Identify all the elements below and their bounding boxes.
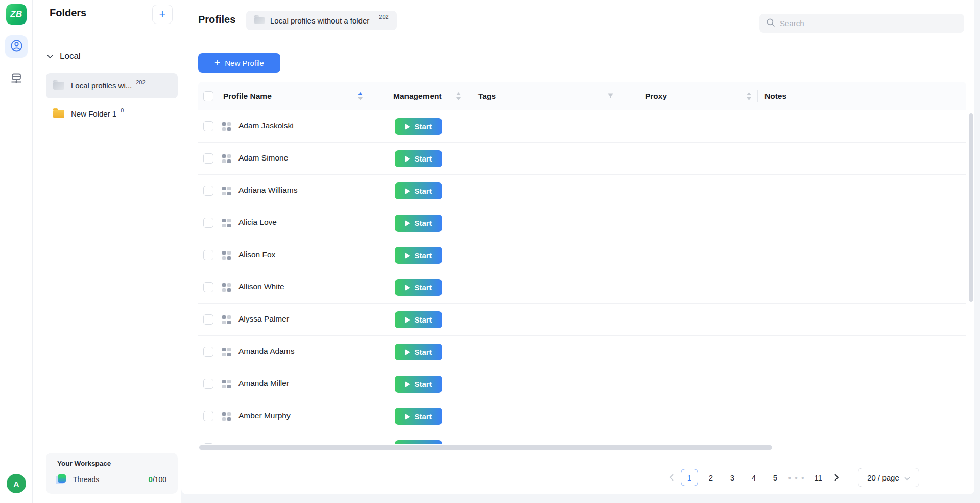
start-button[interactable]: Start xyxy=(395,311,442,328)
profile-name[interactable]: Adriana Williams xyxy=(238,186,297,195)
row-checkbox[interactable] xyxy=(203,314,213,325)
column-header-profile-name[interactable]: Profile Name xyxy=(223,82,272,110)
start-button[interactable]: Start xyxy=(395,182,442,199)
folder-count-badge: 202 xyxy=(136,79,145,85)
row-checkbox[interactable] xyxy=(203,153,213,164)
row-checkbox[interactable] xyxy=(203,218,213,228)
sidebar-folder-local-profiles[interactable]: Local profiles wi... 202 xyxy=(46,73,178,98)
sort-icon-profile-name[interactable] xyxy=(357,90,363,104)
profile-name[interactable]: Amber Rankin xyxy=(238,443,289,444)
row-checkbox[interactable] xyxy=(203,250,213,260)
page-ellipsis: ● ● ● xyxy=(788,469,805,486)
column-divider xyxy=(618,90,618,102)
current-folder-badge[interactable]: Local profiles without a folder 202 xyxy=(246,11,397,30)
column-divider xyxy=(757,90,758,102)
vertical-scrollbar[interactable] xyxy=(969,113,973,302)
row-checkbox[interactable] xyxy=(203,282,213,292)
page-title: Profiles xyxy=(198,14,235,26)
row-checkbox[interactable] xyxy=(203,121,213,131)
start-label: Start xyxy=(414,283,432,292)
new-profile-label: New Profile xyxy=(225,59,264,67)
column-header-proxy[interactable]: Proxy xyxy=(645,82,667,110)
browser-windows-icon xyxy=(222,315,231,324)
start-button[interactable]: Start xyxy=(395,279,442,296)
column-header-notes[interactable]: Notes xyxy=(764,82,786,110)
page-button-3[interactable]: 3 xyxy=(724,469,741,486)
search-input[interactable] xyxy=(780,19,958,28)
start-button[interactable]: Start xyxy=(395,440,442,444)
profile-name[interactable]: Alicia Love xyxy=(238,218,277,227)
table-row: Alison Fox Start xyxy=(198,239,966,271)
row-checkbox[interactable] xyxy=(203,347,213,357)
play-icon xyxy=(405,317,410,323)
profile-name[interactable]: Amanda Miller xyxy=(238,379,289,388)
folder-item-label: Local profiles wi... xyxy=(71,81,132,90)
page-button-1[interactable]: 1 xyxy=(681,469,698,486)
row-checkbox[interactable] xyxy=(203,379,213,389)
profile-name[interactable]: Amber Murphy xyxy=(238,411,291,420)
filter-icon-tags[interactable] xyxy=(607,92,614,102)
column-header-tags[interactable]: Tags xyxy=(478,82,496,110)
threads-icon xyxy=(57,474,67,484)
browser-windows-icon xyxy=(222,412,231,421)
nav-profiles-button[interactable] xyxy=(5,35,28,58)
new-profile-button[interactable]: + New Profile xyxy=(198,53,280,73)
start-button[interactable]: Start xyxy=(395,150,442,167)
table-row: Alyssa Palmer Start xyxy=(198,304,966,336)
folder-group-local[interactable]: Local xyxy=(47,51,81,61)
page-size-select[interactable]: 20 / page xyxy=(858,468,919,487)
next-page-button[interactable] xyxy=(831,469,842,486)
start-button[interactable]: Start xyxy=(395,376,442,393)
profile-name[interactable]: Allison White xyxy=(238,282,284,291)
page-button-2[interactable]: 2 xyxy=(702,469,720,486)
start-button[interactable]: Start xyxy=(395,247,442,264)
profiles-table: Profile Name Management Tags Proxy xyxy=(198,82,966,444)
play-icon xyxy=(405,381,410,387)
table-row: Adam Simone Start xyxy=(198,143,966,175)
folders-panel: Folders + Local Local profiles wi... 202… xyxy=(33,0,181,503)
sort-icon-management[interactable] xyxy=(456,90,461,104)
browser-windows-icon xyxy=(222,348,231,356)
current-folder-count: 202 xyxy=(379,14,388,20)
start-button[interactable]: Start xyxy=(395,215,442,232)
start-button[interactable]: Start xyxy=(395,118,442,135)
start-button[interactable]: Start xyxy=(395,408,442,425)
sort-icon-proxy[interactable] xyxy=(746,90,752,104)
row-checkbox[interactable] xyxy=(203,186,213,196)
select-all-checkbox[interactable] xyxy=(203,91,213,101)
user-avatar[interactable]: A xyxy=(7,474,26,493)
column-label: Tags xyxy=(478,92,496,101)
left-rail: ZB A xyxy=(0,0,33,503)
prev-page-button[interactable] xyxy=(665,469,677,486)
start-button[interactable]: Start xyxy=(395,344,442,360)
start-label: Start xyxy=(414,348,432,356)
app-logo[interactable]: ZB xyxy=(6,4,27,25)
app-logo-text: ZB xyxy=(10,9,22,19)
threads-quota: 0/100 xyxy=(148,475,166,484)
sidebar-folder-new-folder-1[interactable]: New Folder 1 0 xyxy=(46,101,178,126)
profile-name[interactable]: Adam Simone xyxy=(238,153,288,163)
table-row: Adriana Williams Start xyxy=(198,175,966,207)
profile-name[interactable]: Alyssa Palmer xyxy=(238,314,289,324)
current-folder-label: Local profiles without a folder xyxy=(270,16,369,25)
plus-icon: + xyxy=(214,58,220,67)
column-header-management[interactable]: Management xyxy=(393,82,442,110)
horizontal-scrollbar[interactable] xyxy=(199,445,772,450)
nav-proxies-button[interactable] xyxy=(5,68,28,91)
page-button-4[interactable]: 4 xyxy=(745,469,762,486)
page-button-5[interactable]: 5 xyxy=(767,469,784,486)
folder-icon xyxy=(254,17,265,24)
folder-icon xyxy=(53,82,64,90)
add-folder-button[interactable]: + xyxy=(152,5,173,24)
row-checkbox[interactable] xyxy=(203,411,213,421)
profile-name[interactable]: Amanda Adams xyxy=(238,347,294,356)
chevron-down-icon xyxy=(47,52,53,61)
column-label: Proxy xyxy=(645,92,667,101)
profile-name[interactable]: Alison Fox xyxy=(238,250,275,259)
search-box[interactable] xyxy=(759,14,964,33)
row-checkbox[interactable] xyxy=(203,443,213,444)
page-button-11[interactable]: 11 xyxy=(809,469,827,486)
profile-name[interactable]: Adam Jaskolski xyxy=(238,121,294,130)
browser-windows-icon xyxy=(222,154,231,163)
browser-windows-icon xyxy=(222,187,231,195)
